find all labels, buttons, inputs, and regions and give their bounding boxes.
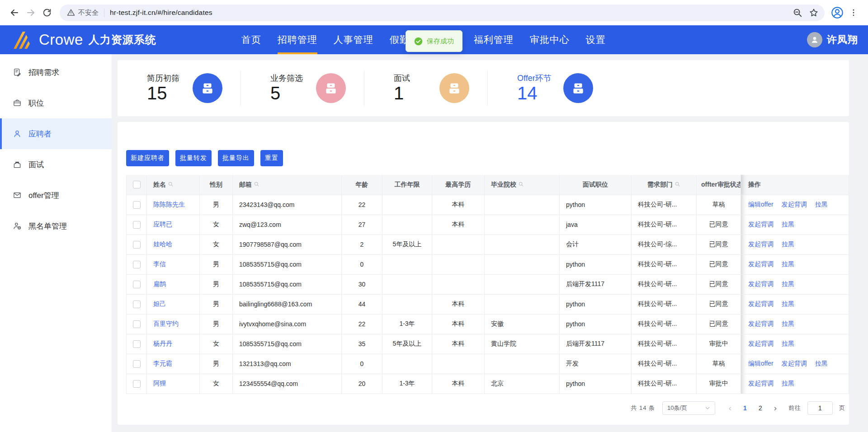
initiate-background-check-link[interactable]: 发起背调 [782,201,807,208]
sidebar-item-interviews[interactable]: 面试 [0,149,112,180]
stat-interview[interactable]: 面试1 [364,70,488,106]
bookmark-star-icon[interactable] [806,5,822,21]
search-icon[interactable] [254,181,259,188]
search-icon[interactable] [518,181,524,188]
sidebar-item-positions[interactable]: 职位 [0,88,112,118]
nav-home[interactable]: 首页 [241,25,261,54]
blacklist-link[interactable]: 拉黑 [815,360,828,367]
nav-settings[interactable]: 设置 [586,25,606,54]
main-content: 简历初筛15业务筛选5面试1Offer环节14 新建应聘者批量转发批量导出重置 … [112,54,868,432]
blacklist-link[interactable]: 拉黑 [782,260,794,268]
candidate-name-link[interactable]: 杨丹丹 [153,340,172,347]
candidate-name-link[interactable]: 百里守约 [153,320,179,327]
row-checkbox[interactable] [133,340,141,348]
candidate-name-link[interactable]: 应聘已 [153,221,172,228]
sidebar-item-recruit-demand[interactable]: 招聘需求 [0,57,112,88]
stat-resume-screening[interactable]: 简历初筛15 [118,70,241,106]
browser-reload-icon[interactable] [39,5,55,21]
url-bar[interactable]: 不安全 hr-test.zjf-it.cn/#/hire/candidates [60,5,825,21]
sidebar-item-blacklist[interactable]: 黑名单管理 [0,211,112,241]
reset-button[interactable]: 重置 [260,150,283,166]
row-checkbox[interactable] [133,241,141,249]
cell-check [127,314,147,334]
batch-export-button[interactable]: 批量导出 [218,150,254,166]
not-secure-chip[interactable]: 不安全 [67,9,104,17]
new-candidate-button[interactable]: 新建应聘者 [126,150,169,166]
page-number-2[interactable]: 2 [754,402,767,414]
cell-actions: 发起背调拉黑 [741,254,849,274]
row-checkbox[interactable] [133,281,141,288]
row-checkbox[interactable] [133,380,141,388]
initiate-background-check-link[interactable]: 发起背调 [748,300,774,307]
initiate-background-check-link[interactable]: 发起背调 [748,320,774,327]
cell-name: 扁鹊 [147,274,200,294]
candidate-name-link[interactable]: 娃哈哈 [153,240,172,248]
nav-personnel[interactable]: 人事管理 [334,25,373,54]
zoom-out-icon[interactable] [789,5,806,21]
blacklist-link[interactable]: 拉黑 [782,221,794,228]
row-checkbox[interactable] [133,221,141,229]
browser-menu-icon[interactable] [845,5,862,21]
candidate-name-link[interactable]: 李信 [153,260,166,268]
column-header: 操作 [741,175,849,195]
candidate-name-link[interactable]: 妲己 [153,300,166,307]
cell-actions: 编辑offer发起背调拉黑 [741,195,849,215]
page-size-select[interactable]: 10条/页 [662,401,715,415]
browser-back-icon[interactable] [6,5,23,21]
row-checkbox[interactable] [133,360,141,368]
candidate-name-link[interactable]: 李元霸 [153,360,172,367]
next-page-arrow[interactable]: › [769,402,781,414]
nav-approval-center[interactable]: 审批中心 [530,25,570,54]
search-icon[interactable] [675,181,680,188]
initiate-background-check-link[interactable]: 发起背调 [748,260,774,268]
blacklist-link[interactable]: 拉黑 [782,280,794,287]
cell-email: 1907798587@qq.com [233,235,342,254]
user-menu[interactable]: 许凤翔 [807,32,858,47]
cell-gender: 女 [200,374,233,394]
browser-forward-icon[interactable] [23,5,39,21]
blacklist-link[interactable]: 拉黑 [815,201,828,208]
cell-status: 审批中 [697,374,741,394]
cell-name: 百里守约 [147,314,200,334]
browser-profile-icon[interactable] [829,5,845,21]
row-checkbox[interactable] [133,320,141,328]
select-all-checkbox[interactable] [133,181,141,188]
blacklist-link[interactable]: 拉黑 [782,380,794,387]
blacklist-link[interactable]: 拉黑 [782,240,794,248]
sidebar-item-offer-management[interactable]: offer管理 [0,180,112,211]
blacklist-link[interactable]: 拉黑 [782,320,794,327]
candidate-name-link[interactable]: 扁鹊 [153,280,166,287]
initiate-background-check-link[interactable]: 发起背调 [748,280,774,287]
candidate-name-link[interactable]: 陈陈陈先生 [153,201,185,208]
stat-business-screening[interactable]: 业务筛选5 [241,70,364,106]
url-text[interactable]: hr-test.zjf-it.cn/#/hire/candidates [110,9,212,17]
page-number-1[interactable]: 1 [739,402,751,414]
cell-education: 本科 [432,215,485,235]
nav-welfare[interactable]: 福利管理 [474,25,514,54]
blacklist-link[interactable]: 拉黑 [782,300,794,307]
initiate-background-check-link[interactable]: 发起背调 [748,340,774,347]
initiate-background-check-link[interactable]: 发起背调 [782,360,807,367]
edit-offer-link[interactable]: 编辑offer [748,360,774,367]
initiate-background-check-link[interactable]: 发起背调 [748,221,774,228]
previous-page-arrow[interactable]: ‹ [724,402,736,414]
candidate-name-link[interactable]: 阿狸 [153,380,166,387]
search-icon[interactable] [168,181,174,188]
initiate-background-check-link[interactable]: 发起背调 [748,240,774,248]
sidebar-item-candidates[interactable]: 应聘者 [0,118,112,149]
row-checkbox[interactable] [133,261,141,268]
cell-school [485,274,560,294]
cell-years [382,215,432,235]
table-row: 妲己男bailingling6688@163.com44本科python科技公司… [127,294,849,314]
initiate-background-check-link[interactable]: 发起背调 [748,380,774,387]
blacklist-link[interactable]: 拉黑 [782,340,794,347]
stat-offer-stage[interactable]: Offer环节14 [488,70,611,106]
row-checkbox[interactable] [133,201,141,209]
edit-offer-link[interactable]: 编辑offer [748,201,774,208]
cell-years: 1-3年 [382,374,432,394]
success-toast: 保存成功 [406,30,462,52]
nav-recruitment[interactable]: 招聘管理 [278,25,317,54]
goto-page-input[interactable] [807,401,833,415]
row-checkbox[interactable] [133,301,141,308]
batch-forward-button[interactable]: 批量转发 [175,150,212,166]
